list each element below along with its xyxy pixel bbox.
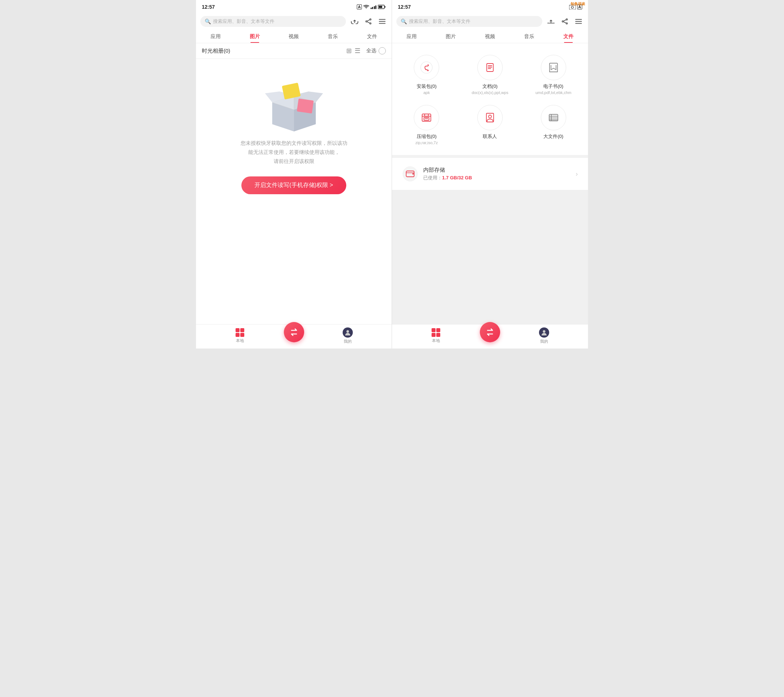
- list-view-icon[interactable]: ☰: [355, 47, 361, 55]
- storage-usage: 已使用：1.7 GB/32 GB: [423, 175, 571, 181]
- nav-profile-label-right: 我的: [540, 339, 548, 344]
- cat-name-ebook: 电子书(0): [544, 83, 563, 90]
- search-input-right[interactable]: 🔍 搜索应用、影音、文本等文件: [396, 16, 542, 27]
- storage-title: 内部存储: [423, 166, 571, 173]
- search-bar-left: 🔍 搜索应用、影音、文本等文件: [196, 13, 392, 30]
- transfer-btn-left[interactable]: [284, 322, 304, 342]
- tab-files-left[interactable]: 文件: [352, 30, 392, 43]
- svg-point-59: [543, 330, 545, 333]
- svg-rect-36: [487, 64, 493, 71]
- search-bar-right: 🔍 搜索应用、影音、文本等文件: [392, 13, 588, 30]
- section-header-left: 时光相册(0) ⊞ ☰ 全选: [196, 43, 392, 59]
- storage-section[interactable]: 内部存储 已使用：1.7 GB/32 GB ›: [396, 161, 584, 187]
- tab-images-left[interactable]: 图片: [235, 30, 274, 43]
- transfer-btn-right[interactable]: [480, 322, 500, 342]
- svg-point-22: [347, 330, 349, 333]
- search-placeholder-right: 搜索应用、影音、文本等文件: [409, 18, 470, 25]
- file-categories-grid: 安装包(0) apk 文档(0) doc(x),xls(x),ppt,wps: [392, 43, 588, 155]
- time-left: 12:57: [202, 4, 215, 10]
- cat-icon-ebook: [541, 55, 566, 80]
- search-icon-left: 🔍: [205, 18, 211, 24]
- svg-line-30: [563, 22, 566, 23]
- view-icons-left: ⊞ ☰: [346, 47, 361, 55]
- tab-video-left[interactable]: 视频: [274, 30, 314, 43]
- cat-ext-zip: zip,rar,iso,7z: [415, 140, 438, 145]
- nav-profile-left[interactable]: 我的: [304, 328, 392, 344]
- nav-profile-right[interactable]: 我的: [500, 328, 588, 344]
- tab-apps-right[interactable]: 应用: [392, 30, 431, 43]
- section-divider: [392, 155, 588, 158]
- share-btn-left[interactable]: [363, 16, 374, 26]
- storage-icon: [402, 166, 418, 182]
- menu-btn-left[interactable]: [377, 16, 387, 26]
- upload-btn-right[interactable]: [546, 16, 556, 26]
- cat-name-contact: 联系人: [483, 133, 497, 140]
- cat-icon-zip: [414, 105, 439, 130]
- svg-rect-21: [296, 98, 314, 113]
- bottom-nav-left: 本地 我的: [196, 324, 392, 348]
- cat-apk[interactable]: 安装包(0) apk: [395, 49, 458, 99]
- cat-doc[interactable]: 文档(0) doc(x),xls(x),ppt,wps: [458, 49, 522, 99]
- transfer-icon-left: [288, 327, 300, 338]
- section-title-left: 时光相册(0): [202, 48, 346, 54]
- cat-zip[interactable]: 压缩包(0) zip,rar,iso,7z: [395, 99, 458, 149]
- search-icon-right: 🔍: [401, 18, 407, 24]
- cat-name-apk: 安装包(0): [417, 83, 436, 90]
- tab-music-right[interactable]: 音乐: [510, 30, 549, 43]
- cat-largefile[interactable]: 大文件(0): [522, 99, 585, 149]
- transfer-icon-right: [484, 327, 496, 338]
- time-right: 12:57: [398, 4, 411, 10]
- status-bar-left: 12:57 A: [196, 0, 392, 13]
- user-icon-left: [343, 328, 353, 338]
- storage-usage-value: 1.7 GB/32 GB: [442, 175, 472, 180]
- tabs-left: 应用 图片 视频 音乐 文件: [196, 30, 392, 43]
- empty-box-illustration: [258, 73, 330, 132]
- gray-area-right: [392, 190, 588, 324]
- cat-name-doc: 文档(0): [483, 83, 497, 90]
- cat-ext-doc: doc(x),xls(x),ppt,wps: [472, 91, 509, 95]
- watermark: 知鱼说诶: [571, 2, 585, 7]
- grid-icon-right: [432, 328, 440, 337]
- storage-info: 内部存储 已使用：1.7 GB/32 GB: [423, 166, 571, 181]
- cat-name-largefile: 大文件(0): [544, 133, 563, 140]
- status-bar-right: 12:57 A: [392, 0, 588, 13]
- select-all-left[interactable]: 全选: [366, 47, 386, 54]
- grid-icon-left: [236, 328, 244, 337]
- nav-local-right[interactable]: 本地: [392, 328, 480, 343]
- cat-ext-apk: apk: [423, 91, 430, 95]
- svg-point-34: [421, 62, 432, 73]
- cat-contact[interactable]: 联系人: [458, 99, 522, 149]
- storage-arrow-icon: ›: [576, 170, 578, 178]
- nav-local-label-left: 本地: [236, 338, 244, 343]
- nav-local-label-right: 本地: [432, 338, 440, 343]
- tab-images-right[interactable]: 图片: [431, 30, 470, 43]
- svg-rect-46: [424, 117, 429, 120]
- cat-name-zip: 压缩包(0): [417, 133, 436, 140]
- tab-video-right[interactable]: 视频: [470, 30, 510, 43]
- battery-icon-left: [378, 5, 386, 9]
- cat-icon-contact: [477, 105, 503, 130]
- tab-apps-left[interactable]: 应用: [196, 30, 235, 43]
- tab-files-right[interactable]: 文件: [549, 30, 588, 43]
- select-all-label: 全选: [366, 48, 376, 54]
- menu-btn-right[interactable]: [573, 16, 584, 26]
- bottom-nav-right: 本地 我的: [392, 324, 588, 348]
- nav-local-left[interactable]: 本地: [196, 328, 284, 343]
- cat-ext-ebook: umd,pdf,txt,ebk,chm: [535, 91, 571, 95]
- empty-text-left: 您未授权快牙获取您的文件读写权限，所以该功 能无法正常使用，若要继续使用该功能，…: [240, 139, 348, 166]
- nav-profile-label-left: 我的: [344, 339, 352, 344]
- permission-button[interactable]: 开启文件读写(手机存储)权限 >: [241, 176, 346, 194]
- internal-storage-icon: [402, 166, 418, 182]
- grid-view-icon[interactable]: ⊞: [346, 47, 352, 55]
- select-circle: [379, 47, 386, 54]
- svg-rect-1: [379, 6, 382, 8]
- svg-line-8: [367, 20, 369, 21]
- left-phone: 12:57 A: [196, 0, 392, 348]
- signal-icon-left: [371, 5, 376, 9]
- tab-music-left[interactable]: 音乐: [313, 30, 352, 43]
- cat-ebook[interactable]: 电子书(0) umd,pdf,txt,ebk,chm: [522, 49, 585, 99]
- search-input-left[interactable]: 🔍 搜索应用、影音、文本等文件: [200, 16, 346, 27]
- upload-btn-left[interactable]: [349, 16, 360, 26]
- search-placeholder-left: 搜索应用、影音、文本等文件: [213, 18, 274, 25]
- share-btn-right[interactable]: [560, 16, 570, 26]
